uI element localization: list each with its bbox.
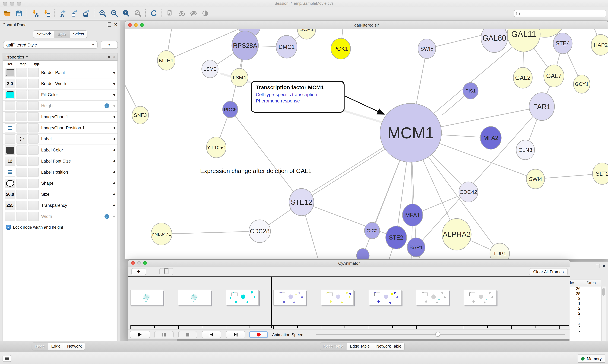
table-scrollbar-thumb[interactable]	[602, 288, 605, 296]
export-table-icon[interactable]	[70, 9, 79, 18]
speed-slider-handle[interactable]	[435, 332, 440, 337]
expand-property-icon[interactable]: ◀	[113, 126, 115, 129]
table-column-header[interactable]: Stres	[586, 281, 596, 285]
zoom-in-icon[interactable]	[98, 9, 107, 18]
network-node-ste12[interactable]: STE12	[289, 188, 314, 216]
network-node-gal2[interactable]: GAL2	[513, 67, 532, 88]
property-cell[interactable]	[5, 101, 15, 110]
expand-property-icon[interactable]: ◀	[113, 159, 115, 163]
network-node-alpha2[interactable]: ALPHA2	[442, 219, 471, 250]
import-table-icon[interactable]	[42, 9, 51, 18]
property-cell[interactable]	[5, 179, 15, 188]
network-node-lsm4[interactable]: LSM4	[231, 68, 248, 87]
table-scrollbar[interactable]	[601, 286, 606, 341]
expand-property-icon[interactable]: ◀	[113, 148, 115, 152]
style-selector[interactable]: galFiltered Style ▼	[3, 41, 97, 49]
frame-thumbnail-t3[interactable]	[273, 290, 306, 305]
frame-thumbnail-t6[interactable]	[416, 290, 449, 305]
tab-style[interactable]: Style	[55, 31, 70, 38]
property-cell[interactable]	[5, 90, 15, 99]
table-cell-value[interactable]: 2	[570, 326, 601, 331]
expand-property-icon[interactable]: ◀	[113, 137, 115, 140]
network-node-dmc1[interactable]: DMC1	[276, 35, 297, 58]
frame-thumbnail-t4[interactable]	[321, 290, 354, 305]
refresh-view-icon[interactable]	[150, 9, 158, 18]
property-cell[interactable]	[5, 145, 15, 155]
close-icon[interactable]	[131, 261, 135, 265]
network-node-mfa2[interactable]: MFA2	[480, 127, 501, 149]
table-cell-value[interactable]: 2	[570, 331, 601, 336]
property-cell[interactable]	[28, 201, 39, 210]
zoom-icon[interactable]	[140, 23, 144, 27]
stop-button[interactable]	[178, 331, 197, 338]
zoom-icon[interactable]	[143, 261, 147, 265]
table-cell-value[interactable]: 2	[570, 296, 601, 301]
next-frame-button[interactable]	[226, 331, 245, 338]
network-node-swi5[interactable]: SWI5	[418, 39, 436, 59]
property-cell[interactable]: ⋮›	[16, 134, 27, 143]
close-panel-icon[interactable]: ✕	[114, 23, 117, 26]
timeline-scrollbar-thumb[interactable]	[177, 339, 569, 341]
memory-button[interactable]: Memory	[578, 354, 605, 363]
property-cell[interactable]	[5, 68, 15, 77]
minimize-icon[interactable]	[137, 261, 141, 265]
network-node-node_b[interactable]	[357, 248, 369, 259]
table-cell-value[interactable]: 2	[570, 321, 601, 326]
network-node-yil105c[interactable]: YIL105C	[207, 137, 226, 158]
play-button[interactable]	[130, 331, 150, 338]
show-graphics-icon[interactable]	[201, 9, 209, 18]
property-cell[interactable]	[5, 112, 15, 121]
network-node-pck1[interactable]: PCK1	[331, 38, 351, 59]
network-node-gal80[interactable]: GAL80	[481, 29, 508, 52]
table-cell-value[interactable]: 2	[570, 311, 601, 316]
save-session-icon[interactable]	[14, 9, 23, 18]
expand-property-icon[interactable]: ◀	[113, 104, 115, 107]
expand-property-icon[interactable]: ◀	[113, 182, 115, 185]
tab-select[interactable]: Select	[70, 31, 87, 38]
delete-frame-button[interactable]	[159, 268, 173, 275]
table-column-header[interactable]: ity	[570, 281, 581, 285]
property-cell[interactable]	[28, 112, 39, 121]
frame-thumbnail-t7[interactable]	[464, 290, 497, 305]
property-cell[interactable]	[16, 68, 27, 77]
network-node-hap2[interactable]: HAP2	[591, 35, 608, 55]
network-node-cln3[interactable]: CLN3	[516, 140, 535, 160]
property-cell[interactable]	[28, 190, 39, 199]
network-node-lsm2[interactable]: LSM2	[202, 60, 218, 78]
cyanimator-titlebar[interactable]: CyAnimator	[128, 260, 570, 267]
property-cell[interactable]	[16, 90, 27, 99]
network-node-gal11[interactable]: GAL11	[507, 29, 540, 52]
property-cell[interactable]	[16, 101, 27, 110]
tab-network-table[interactable]: Network Table	[373, 343, 404, 350]
expand-property-icon[interactable]: ◀	[113, 115, 115, 118]
property-cell[interactable]	[28, 168, 39, 177]
property-cell[interactable]: 12	[5, 156, 15, 166]
network-node-ste4[interactable]: STE4	[553, 33, 572, 54]
property-cell[interactable]	[28, 123, 39, 132]
property-cell[interactable]	[28, 68, 39, 77]
search-network-icon[interactable]	[177, 9, 186, 18]
property-cell[interactable]	[28, 134, 39, 143]
minimize-icon[interactable]	[134, 23, 138, 27]
network-node-rps28a[interactable]: RPS28A	[232, 31, 258, 60]
zoom-selected-icon[interactable]	[133, 9, 142, 18]
timeline-playhead[interactable]	[271, 277, 272, 328]
table-cell-value[interactable]: 2	[570, 306, 601, 311]
network-node-tup1[interactable]: TUP1	[490, 243, 510, 259]
open-file-icon[interactable]	[3, 9, 11, 18]
network-node-gal7[interactable]: GAL7	[544, 65, 564, 87]
expand-property-icon[interactable]: ◀	[113, 170, 115, 174]
property-cell[interactable]	[28, 156, 39, 166]
property-cell[interactable]	[28, 145, 39, 155]
property-cell[interactable]	[5, 134, 15, 143]
search-input[interactable]	[521, 11, 606, 16]
export-image-icon[interactable]	[82, 9, 91, 18]
property-cell[interactable]	[5, 123, 15, 132]
expand-property-icon[interactable]: ◀	[113, 82, 115, 85]
close-icon[interactable]	[128, 23, 132, 27]
timeline-scrollbar[interactable]	[128, 339, 570, 341]
network-node-dcp1[interactable]: DCP1	[297, 29, 316, 39]
property-cell[interactable]	[5, 168, 15, 177]
frame-thumbnail-t2[interactable]	[226, 290, 259, 305]
property-cell[interactable]	[16, 201, 27, 210]
